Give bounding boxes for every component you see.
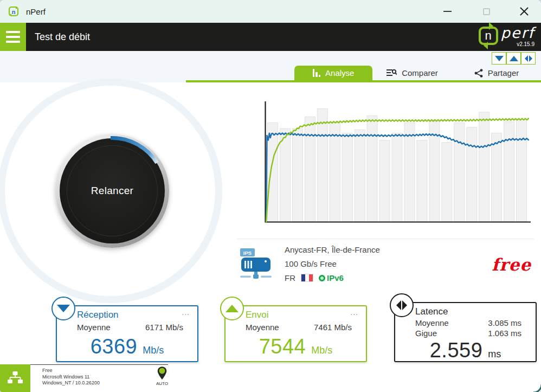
os-name: Microsoft Windows 11 <box>42 374 168 381</box>
tab-comparer[interactable]: Comparer <box>372 66 452 80</box>
subheader: Analyse Comparer Partager <box>0 51 541 82</box>
main-content: Relancer IPS <box>0 82 541 364</box>
jitter-value: 1.063 ms <box>488 329 521 338</box>
minimize-icon <box>443 11 452 12</box>
latency-avg-value: 3.085 ms <box>488 318 521 327</box>
jitter-label: Gigue <box>415 329 437 338</box>
bar-chart-icon <box>313 69 321 77</box>
auto-label: AUTO <box>156 381 168 386</box>
download-result-card: Réception ... Moyenne 6171 Mb/s 6369 Mb/… <box>56 305 198 362</box>
download-arrow-icon <box>57 305 70 312</box>
speed-chart <box>264 100 531 223</box>
download-card-menu[interactable]: ... <box>182 310 190 315</box>
isp-name: Free <box>42 368 168 374</box>
upload-card-title: Envoi <box>246 310 269 320</box>
titlebar: n nPerf <box>0 0 541 23</box>
france-flag-icon <box>301 274 313 282</box>
network-icon <box>7 371 23 385</box>
latency-arrows-icon <box>396 300 407 310</box>
share-icon <box>474 69 483 78</box>
server-icon: IPS <box>240 245 272 281</box>
hamburger-icon <box>6 31 20 33</box>
nperf-brand-logo: n perf v2.15.9 <box>479 25 534 47</box>
server-country-code: FR <box>285 273 295 282</box>
download-badge <box>51 297 75 320</box>
latency-badge <box>390 293 414 317</box>
upload-result-card: Envoi ... Moyenne 7461 Mb/s 7544 Mb/s <box>224 305 367 362</box>
page-title: Test de débit <box>35 31 90 43</box>
nperf-logo-icon: n <box>479 27 498 45</box>
server-bandwidth: 100 Gb/s Free <box>285 259 380 268</box>
app-version: v2.15.9 <box>517 41 534 47</box>
arrow-up-icon <box>510 56 518 61</box>
restart-test-button[interactable]: Relancer <box>55 134 169 248</box>
tab-partager[interactable]: Partager <box>452 66 541 80</box>
window-corner-decoration <box>532 383 541 392</box>
svg-text:n: n <box>12 9 16 15</box>
divider <box>237 239 534 239</box>
latency-value: 2.559 <box>430 339 483 362</box>
window-title: nPerf <box>26 7 46 16</box>
nperf-window: n nPerf Test de débit n perf v2.15.9 <box>0 0 541 392</box>
upload-value: 7544 <box>259 335 306 358</box>
status-bar: Free Microsoft Windows 11 Windows_NT / 1… <box>0 364 541 392</box>
upload-badge <box>220 297 244 320</box>
chart-series-toggles <box>492 52 536 65</box>
nperf-app-icon: n <box>8 5 20 17</box>
tab-bar: Analyse Comparer Partager <box>294 66 541 80</box>
upload-avg-label: Moyenne <box>246 323 279 332</box>
latency-toggle-button[interactable] <box>521 52 536 65</box>
platform-version: Windows_NT / 10.0.26200 <box>42 380 168 387</box>
tab-analyse[interactable]: Analyse <box>294 66 372 80</box>
upload-unit: Mb/s <box>311 345 332 356</box>
server-name: Anycast-FR, Île-de-France <box>285 245 380 254</box>
download-toggle-button[interactable] <box>492 52 506 65</box>
system-info[interactable]: Free Microsoft Windows 11 Windows_NT / 1… <box>30 364 168 392</box>
upload-arrow-icon <box>226 305 239 312</box>
server-info: IPS Anycast-FR, Île-de-France 100 Gb/s F… <box>240 245 380 282</box>
arrows-left-right-icon <box>525 55 532 62</box>
upload-avg-value: 7461 Mb/s <box>314 323 352 332</box>
latency-unit: ms <box>488 349 501 360</box>
maximize-icon <box>483 8 490 15</box>
server-selection-auto[interactable]: AUTO <box>150 366 174 386</box>
arrow-down-icon <box>495 56 504 61</box>
download-avg-value: 6171 Mb/s <box>145 323 183 332</box>
maximize-button[interactable] <box>474 0 499 23</box>
brand-word: perf <box>501 25 534 41</box>
ipv6-badge: IPv6 <box>319 273 344 282</box>
network-settings-button[interactable] <box>0 364 30 392</box>
download-card-title: Réception <box>77 310 119 320</box>
ips-badge-text: IPS <box>243 250 252 256</box>
upload-card-menu[interactable]: ... <box>350 310 358 315</box>
hamburger-menu-button[interactable] <box>0 23 26 51</box>
minimize-button[interactable] <box>435 0 460 23</box>
list-search-icon <box>387 69 397 77</box>
download-avg-label: Moyenne <box>77 323 111 332</box>
provider-free-logo: free <box>492 255 531 274</box>
upload-toggle-button[interactable] <box>506 52 521 65</box>
download-value: 6369 <box>91 335 138 358</box>
latency-card-title: Latence <box>415 306 448 317</box>
restart-test-label: Relancer <box>91 185 133 197</box>
ipv6-icon <box>319 275 325 281</box>
latency-result-card: Latence Moyenne 3.085 ms Gigue 1.063 ms … <box>394 302 537 362</box>
latency-avg-label: Moyenne <box>415 318 449 327</box>
app-header: Test de débit n perf v2.15.9 <box>0 23 541 51</box>
close-button[interactable] <box>512 0 537 23</box>
close-icon <box>519 7 529 16</box>
location-pin-icon <box>156 366 168 381</box>
download-unit: Mb/s <box>143 345 164 356</box>
